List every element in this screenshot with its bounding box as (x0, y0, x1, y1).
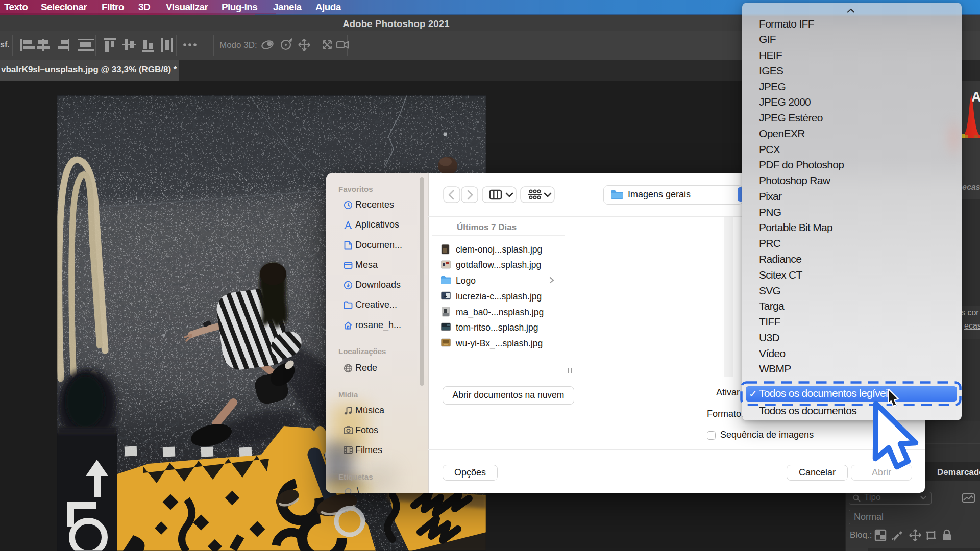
svg-text:Modo 3D:: Modo 3D: (219, 40, 257, 50)
svg-text:sf.: sf. (0, 40, 10, 49)
